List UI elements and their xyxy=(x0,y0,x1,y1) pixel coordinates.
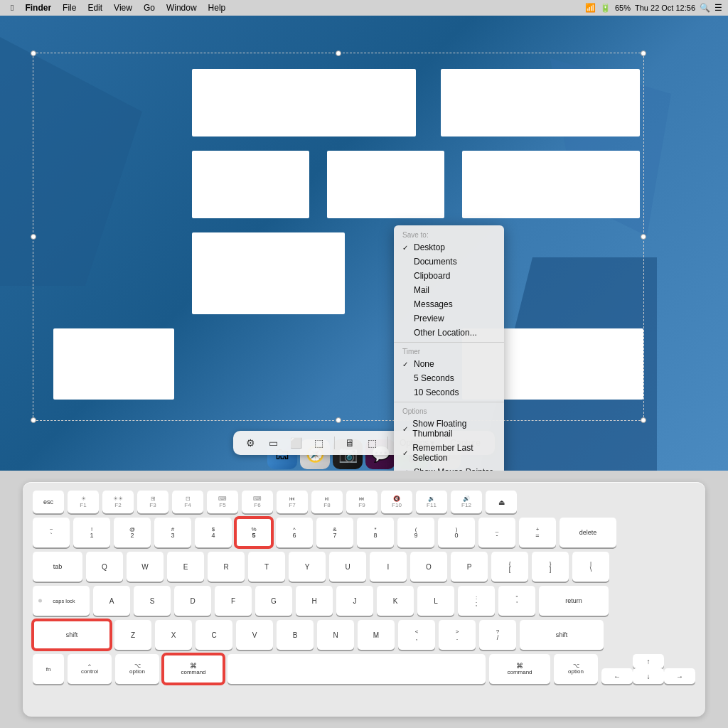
key-3[interactable]: #3 xyxy=(154,518,191,547)
key-r[interactable]: R xyxy=(208,552,245,582)
menu-desktop[interactable]: ✓ Desktop xyxy=(394,240,504,255)
key-arrow-right[interactable]: → xyxy=(664,668,695,684)
key-h[interactable]: H xyxy=(296,586,333,616)
key-arrow-left[interactable]: ← xyxy=(601,668,633,684)
key-b[interactable]: B xyxy=(277,620,314,650)
key-k[interactable]: K xyxy=(377,586,414,616)
key-8[interactable]: *8 xyxy=(357,518,394,547)
key-option-left[interactable]: ⌥ option xyxy=(115,654,159,684)
menu-view[interactable]: View xyxy=(109,0,137,16)
key-a[interactable]: A xyxy=(93,586,130,616)
menu-10sec[interactable]: 10 Seconds xyxy=(394,385,504,400)
key-arrow-up[interactable]: ↑ xyxy=(633,654,664,668)
key-lbracket[interactable]: {[ xyxy=(491,552,528,582)
key-period[interactable]: >. xyxy=(439,620,476,650)
key-backtick[interactable]: ~` xyxy=(33,518,70,547)
key-l[interactable]: L xyxy=(417,586,454,616)
key-arrow-down[interactable]: ↓ xyxy=(633,668,664,684)
key-x[interactable]: X xyxy=(155,620,192,650)
key-w[interactable]: W xyxy=(127,552,164,582)
key-esc[interactable]: esc xyxy=(33,491,64,513)
key-i[interactable]: I xyxy=(370,552,407,582)
key-e[interactable]: E xyxy=(167,552,204,582)
key-f11[interactable]: 🔉F11 xyxy=(416,491,447,513)
selection2-btn[interactable]: ⬚ xyxy=(363,435,382,451)
menu-edit[interactable]: Edit xyxy=(82,0,107,16)
key-f[interactable]: F xyxy=(215,586,252,616)
key-backslash[interactable]: |\ xyxy=(572,552,609,582)
handle-bl[interactable] xyxy=(31,417,36,423)
menu-window[interactable]: Window xyxy=(161,0,202,16)
key-f7[interactable]: ⏮F7 xyxy=(277,491,308,513)
key-f8[interactable]: ⏯F8 xyxy=(311,491,343,513)
key-f4[interactable]: ⊡F4 xyxy=(172,491,203,513)
key-f9[interactable]: ⏭F9 xyxy=(346,491,378,513)
handle-ml[interactable] xyxy=(31,234,36,240)
handle-mr[interactable] xyxy=(641,234,646,240)
menu-mail[interactable]: Mail xyxy=(394,283,504,297)
key-2[interactable]: @2 xyxy=(114,518,151,547)
key-rbracket[interactable]: }] xyxy=(532,552,569,582)
key-q[interactable]: Q xyxy=(86,552,123,582)
menu-file[interactable]: File xyxy=(58,0,81,16)
window-btn[interactable]: ⬜ xyxy=(287,435,306,451)
key-comma[interactable]: <, xyxy=(398,620,435,650)
key-f10[interactable]: 🔇F10 xyxy=(381,491,412,513)
key-j[interactable]: J xyxy=(336,586,373,616)
menu-preview[interactable]: Preview xyxy=(394,311,504,326)
key-option-right[interactable]: ⌥ option xyxy=(554,654,598,684)
key-minus[interactable]: _- xyxy=(478,518,515,547)
control-center-icon[interactable]: ☰ xyxy=(714,3,722,13)
key-s[interactable]: S xyxy=(134,586,171,616)
handle-bc[interactable] xyxy=(336,417,341,423)
menu-remember-selection[interactable]: ✓ Remember Last Selection xyxy=(394,441,504,465)
key-f3[interactable]: ⊞F3 xyxy=(137,491,168,513)
key-5[interactable]: %5 xyxy=(235,518,272,547)
key-f6[interactable]: ⌨F6 xyxy=(242,491,273,513)
key-g[interactable]: G xyxy=(255,586,292,616)
key-z[interactable]: Z xyxy=(114,620,151,650)
handle-tr[interactable] xyxy=(641,50,646,56)
menu-floating-thumbnail[interactable]: ✓ Show Floating Thumbnail xyxy=(394,417,504,441)
key-t[interactable]: T xyxy=(248,552,285,582)
menu-show-mouse[interactable]: ✓ Show Mouse Pointer xyxy=(394,465,504,471)
key-equals[interactable]: += xyxy=(519,518,556,547)
key-slash[interactable]: ?/ xyxy=(479,620,516,650)
key-command-right[interactable]: ⌘ command xyxy=(489,654,550,684)
key-f2[interactable]: ☀☀F2 xyxy=(102,491,134,513)
fullscreen-btn[interactable]: ▭ xyxy=(264,435,283,451)
search-icon[interactable]: 🔍 xyxy=(700,3,710,13)
key-tab[interactable]: tab xyxy=(33,552,82,582)
key-semicolon[interactable]: :; xyxy=(458,586,495,616)
menu-none[interactable]: ✓ None xyxy=(394,357,504,371)
key-return[interactable]: return xyxy=(539,586,609,616)
menu-5sec[interactable]: 5 Seconds xyxy=(394,371,504,385)
key-9[interactable]: (9 xyxy=(397,518,434,547)
key-v[interactable]: V xyxy=(236,620,273,650)
menu-documents[interactable]: Documents xyxy=(394,255,504,269)
key-shift-left[interactable]: shift xyxy=(33,620,111,650)
key-delete[interactable]: delete xyxy=(560,518,616,547)
key-m[interactable]: M xyxy=(358,620,395,650)
key-0[interactable]: )0 xyxy=(438,518,475,547)
key-f12[interactable]: 🔊F12 xyxy=(451,491,482,513)
key-c[interactable]: C xyxy=(196,620,232,650)
menu-messages[interactable]: Messages xyxy=(394,297,504,311)
key-6[interactable]: ^6 xyxy=(276,518,313,547)
key-1[interactable]: !1 xyxy=(73,518,110,547)
menu-go[interactable]: Go xyxy=(139,0,160,16)
key-7[interactable]: &7 xyxy=(316,518,353,547)
key-quote[interactable]: "' xyxy=(498,586,535,616)
app-name[interactable]: Finder xyxy=(20,0,56,16)
handle-tc[interactable] xyxy=(336,50,341,56)
apple-menu[interactable]:  xyxy=(6,0,18,16)
key-d[interactable]: D xyxy=(174,586,211,616)
key-shift-right[interactable]: shift xyxy=(520,620,604,650)
key-f5[interactable]: ⌨F5 xyxy=(207,491,238,513)
key-command-left[interactable]: ⌘ command xyxy=(163,654,224,684)
key-p[interactable]: P xyxy=(451,552,488,582)
menu-help[interactable]: Help xyxy=(203,0,231,16)
handle-br[interactable] xyxy=(641,417,646,423)
screen-btn[interactable]: 🖥 xyxy=(341,435,359,451)
screen-record-btn[interactable]: ⚙ xyxy=(242,435,260,451)
